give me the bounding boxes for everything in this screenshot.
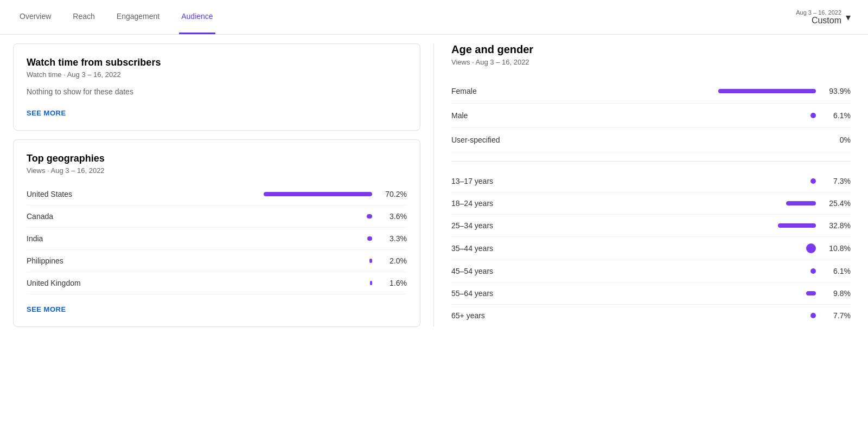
age-label-65plus: 65+ years bbox=[451, 311, 538, 320]
date-range-text: Aug 3 – 16, 2022 bbox=[796, 9, 841, 16]
age-row-35-44: 35–44 years 10.8% bbox=[451, 237, 851, 260]
geo-bar-container-us bbox=[103, 192, 379, 196]
age-row-18-24: 18–24 years 25.4% bbox=[451, 192, 851, 215]
gender-bar-container-male bbox=[538, 113, 822, 118]
gender-percent-male: 6.1% bbox=[822, 111, 851, 120]
tab-overview[interactable]: Overview bbox=[17, 0, 53, 34]
geo-label-canada: Canada bbox=[27, 212, 103, 221]
gender-label-male: Male bbox=[451, 111, 538, 120]
geo-bar-container-india bbox=[103, 236, 379, 241]
geo-bar-container-philippines bbox=[103, 259, 379, 263]
top-geos-card: Top geographies Views · Aug 3 – 16, 2022… bbox=[13, 139, 420, 327]
gender-row-user-specified: User-specified 0% bbox=[451, 128, 851, 152]
geo-label-uk: United Kingdom bbox=[27, 279, 103, 287]
age-percent-55-64: 9.8% bbox=[822, 289, 851, 298]
age-percent-45-54: 6.1% bbox=[822, 267, 851, 275]
preset-label: Custom bbox=[796, 16, 841, 25]
watch-time-empty: Nothing to show for these dates bbox=[27, 87, 407, 96]
age-row-65plus: 65+ years 7.7% bbox=[451, 305, 851, 326]
age-dot-45-54 bbox=[810, 268, 816, 274]
age-bar-container-13-17 bbox=[538, 178, 822, 184]
age-row-45-54: 45–54 years 6.1% bbox=[451, 260, 851, 282]
age-label-45-54: 45–54 years bbox=[451, 267, 538, 275]
age-percent-13-17: 7.3% bbox=[822, 177, 851, 185]
watch-time-see-more[interactable]: SEE MORE bbox=[27, 109, 407, 117]
age-label-55-64: 55–64 years bbox=[451, 289, 538, 298]
top-geos-see-more[interactable]: SEE MORE bbox=[27, 305, 407, 313]
age-bar-18-24 bbox=[786, 201, 816, 205]
geo-bar-canada bbox=[367, 214, 372, 218]
age-bar-container-45-54 bbox=[538, 268, 822, 274]
age-dot-13-17 bbox=[810, 178, 816, 184]
watch-time-subtitle: Watch time · Aug 3 – 16, 2022 bbox=[27, 70, 407, 79]
gender-dot-male bbox=[810, 113, 816, 118]
geo-percent-india: 3.3% bbox=[379, 234, 407, 243]
age-bar-container-55-64 bbox=[538, 291, 822, 295]
age-dot-65plus bbox=[810, 313, 816, 318]
age-label-25-34: 25–34 years bbox=[451, 221, 538, 230]
header: Overview Reach Engagement Audience Aug 3… bbox=[0, 0, 868, 35]
gender-row-male: Male 6.1% bbox=[451, 104, 851, 128]
age-row-25-34: 25–34 years 32.8% bbox=[451, 215, 851, 237]
gender-row-female: Female 93.9% bbox=[451, 79, 851, 104]
chevron-down-icon: ▾ bbox=[846, 11, 851, 23]
gender-label-female: Female bbox=[451, 87, 538, 95]
geo-row-us: United States 70.2% bbox=[27, 183, 407, 205]
gender-percent-user-specified: 0% bbox=[822, 136, 851, 144]
age-label-35-44: 35–44 years bbox=[451, 244, 538, 253]
age-bar-55-64 bbox=[806, 291, 816, 295]
geo-row-uk: United Kingdom 1.6% bbox=[27, 272, 407, 294]
geo-bar-container-canada bbox=[103, 214, 379, 218]
main-content: Watch time from subscribers Watch time ·… bbox=[0, 35, 868, 336]
right-panel: Age and gender Views · Aug 3 – 16, 2022 … bbox=[434, 43, 868, 327]
gender-bar-container-female bbox=[538, 89, 822, 93]
geo-percent-canada: 3.6% bbox=[379, 212, 407, 221]
geo-percent-philippines: 2.0% bbox=[379, 256, 407, 265]
geo-label-philippines: Philippines bbox=[27, 256, 103, 265]
geo-percent-us: 70.2% bbox=[379, 190, 407, 198]
geo-row-india: India 3.3% bbox=[27, 228, 407, 250]
age-bar-container-35-44 bbox=[538, 243, 822, 253]
geo-bar-container-uk bbox=[103, 281, 379, 285]
age-percent-18-24: 25.4% bbox=[822, 199, 851, 208]
watch-time-card: Watch time from subscribers Watch time ·… bbox=[13, 43, 420, 131]
geo-row-canada: Canada 3.6% bbox=[27, 205, 407, 228]
watch-time-title: Watch time from subscribers bbox=[27, 57, 407, 68]
gender-age-divider bbox=[451, 161, 851, 162]
gender-bar-female bbox=[718, 89, 816, 93]
date-selector[interactable]: Aug 3 – 16, 2022 Custom ▾ bbox=[796, 9, 851, 25]
gender-label-user-specified: User-specified bbox=[451, 136, 538, 144]
age-bar-container-65plus bbox=[538, 313, 822, 318]
tab-reach[interactable]: Reach bbox=[71, 0, 97, 34]
date-selector-inner: Aug 3 – 16, 2022 Custom bbox=[796, 9, 841, 25]
age-percent-35-44: 10.8% bbox=[822, 244, 851, 253]
geo-bar-us bbox=[264, 192, 372, 196]
age-row-55-64: 55–64 years 9.8% bbox=[451, 282, 851, 305]
geo-bar-philippines bbox=[369, 259, 372, 263]
tab-audience[interactable]: Audience bbox=[179, 0, 215, 34]
age-bar-25-34 bbox=[778, 223, 816, 228]
age-label-18-24: 18–24 years bbox=[451, 199, 538, 208]
geo-percent-uk: 1.6% bbox=[379, 279, 407, 287]
age-percent-25-34: 32.8% bbox=[822, 221, 851, 230]
top-geos-subtitle: Views · Aug 3 – 16, 2022 bbox=[27, 166, 407, 175]
geo-row-philippines: Philippines 2.0% bbox=[27, 250, 407, 272]
age-gender-title: Age and gender bbox=[451, 43, 851, 56]
age-dot-35-44 bbox=[806, 243, 816, 253]
left-panel: Watch time from subscribers Watch time ·… bbox=[0, 43, 434, 327]
age-row-13-17: 13–17 years 7.3% bbox=[451, 170, 851, 192]
age-label-13-17: 13–17 years bbox=[451, 177, 538, 185]
geo-bar-uk bbox=[370, 281, 372, 285]
gender-percent-female: 93.9% bbox=[822, 87, 851, 95]
age-gender-subtitle: Views · Aug 3 – 16, 2022 bbox=[451, 58, 851, 66]
top-geos-title: Top geographies bbox=[27, 153, 407, 164]
geo-label-us: United States bbox=[27, 190, 103, 198]
nav-tabs: Overview Reach Engagement Audience bbox=[17, 0, 215, 34]
age-bar-container-18-24 bbox=[538, 201, 822, 205]
tab-engagement[interactable]: Engagement bbox=[114, 0, 162, 34]
geo-bar-india bbox=[367, 236, 372, 241]
geo-label-india: India bbox=[27, 234, 103, 243]
age-bar-container-25-34 bbox=[538, 223, 822, 228]
age-percent-65plus: 7.7% bbox=[822, 311, 851, 320]
